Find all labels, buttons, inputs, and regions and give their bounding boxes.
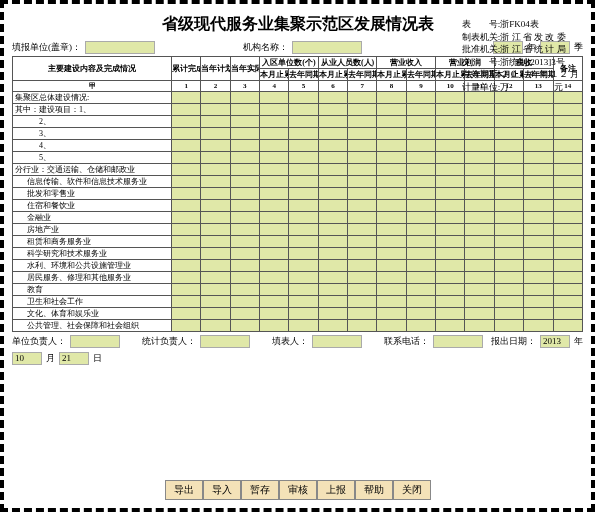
data-cell[interactable] (377, 272, 406, 284)
data-cell[interactable] (348, 140, 377, 152)
data-cell[interactable] (553, 116, 583, 128)
data-cell[interactable] (406, 152, 435, 164)
data-cell[interactable] (494, 176, 523, 188)
data-cell[interactable] (377, 224, 406, 236)
data-cell[interactable] (524, 236, 553, 248)
导入-button[interactable]: 导入 (203, 480, 241, 500)
data-cell[interactable] (201, 260, 230, 272)
data-cell[interactable] (406, 284, 435, 296)
data-cell[interactable] (465, 212, 494, 224)
data-cell[interactable] (318, 296, 347, 308)
data-cell[interactable] (553, 260, 583, 272)
data-cell[interactable] (494, 200, 523, 212)
data-cell[interactable] (465, 116, 494, 128)
org-input[interactable] (292, 41, 362, 54)
data-cell[interactable] (436, 128, 465, 140)
data-cell[interactable] (436, 272, 465, 284)
data-cell[interactable] (348, 104, 377, 116)
data-cell[interactable] (172, 236, 201, 248)
data-cell[interactable] (406, 260, 435, 272)
data-cell[interactable] (172, 248, 201, 260)
data-cell[interactable] (201, 176, 230, 188)
data-cell[interactable] (289, 176, 318, 188)
data-cell[interactable] (172, 284, 201, 296)
data-cell[interactable] (172, 104, 201, 116)
data-cell[interactable] (201, 152, 230, 164)
data-cell[interactable] (260, 224, 289, 236)
data-cell[interactable] (465, 200, 494, 212)
data-cell[interactable] (172, 92, 201, 104)
data-cell[interactable] (318, 248, 347, 260)
data-cell[interactable] (494, 308, 523, 320)
data-cell[interactable] (494, 140, 523, 152)
data-cell[interactable] (348, 260, 377, 272)
data-cell[interactable] (172, 296, 201, 308)
data-cell[interactable] (524, 296, 553, 308)
data-cell[interactable] (318, 92, 347, 104)
data-cell[interactable] (465, 164, 494, 176)
data-cell[interactable] (201, 116, 230, 128)
data-cell[interactable] (260, 308, 289, 320)
data-cell[interactable] (230, 164, 259, 176)
data-cell[interactable] (230, 308, 259, 320)
data-cell[interactable] (230, 260, 259, 272)
data-cell[interactable] (348, 200, 377, 212)
data-cell[interactable] (406, 104, 435, 116)
data-cell[interactable] (260, 176, 289, 188)
data-cell[interactable] (553, 164, 583, 176)
data-cell[interactable] (465, 104, 494, 116)
data-cell[interactable] (289, 164, 318, 176)
data-cell[interactable] (377, 308, 406, 320)
data-cell[interactable] (318, 116, 347, 128)
data-cell[interactable] (436, 224, 465, 236)
data-cell[interactable] (318, 164, 347, 176)
data-cell[interactable] (553, 212, 583, 224)
data-cell[interactable] (172, 116, 201, 128)
data-cell[interactable] (406, 188, 435, 200)
data-cell[interactable] (524, 200, 553, 212)
data-cell[interactable] (260, 152, 289, 164)
data-cell[interactable] (172, 188, 201, 200)
data-cell[interactable] (406, 272, 435, 284)
data-cell[interactable] (377, 152, 406, 164)
data-cell[interactable] (436, 260, 465, 272)
data-cell[interactable] (260, 200, 289, 212)
data-cell[interactable] (377, 188, 406, 200)
data-cell[interactable] (348, 176, 377, 188)
data-cell[interactable] (436, 296, 465, 308)
data-cell[interactable] (172, 212, 201, 224)
data-cell[interactable] (172, 140, 201, 152)
帮助-button[interactable]: 帮助 (355, 480, 393, 500)
data-cell[interactable] (348, 116, 377, 128)
data-cell[interactable] (406, 296, 435, 308)
data-cell[interactable] (436, 92, 465, 104)
data-cell[interactable] (230, 116, 259, 128)
data-cell[interactable] (289, 104, 318, 116)
phone-input[interactable] (433, 335, 483, 348)
data-cell[interactable] (377, 284, 406, 296)
data-cell[interactable] (524, 176, 553, 188)
data-cell[interactable] (377, 296, 406, 308)
date-year[interactable]: 2013 (540, 335, 570, 348)
data-cell[interactable] (348, 128, 377, 140)
data-cell[interactable] (553, 140, 583, 152)
data-cell[interactable] (436, 176, 465, 188)
data-cell[interactable] (465, 296, 494, 308)
data-cell[interactable] (201, 92, 230, 104)
data-cell[interactable] (406, 236, 435, 248)
data-cell[interactable] (348, 152, 377, 164)
data-cell[interactable] (230, 248, 259, 260)
data-cell[interactable] (524, 320, 553, 332)
data-cell[interactable] (260, 248, 289, 260)
data-cell[interactable] (201, 164, 230, 176)
data-cell[interactable] (524, 284, 553, 296)
data-cell[interactable] (260, 164, 289, 176)
data-cell[interactable] (201, 188, 230, 200)
data-cell[interactable] (318, 140, 347, 152)
data-cell[interactable] (524, 260, 553, 272)
data-cell[interactable] (348, 164, 377, 176)
data-cell[interactable] (494, 320, 523, 332)
data-cell[interactable] (377, 104, 406, 116)
data-cell[interactable] (318, 272, 347, 284)
data-cell[interactable] (230, 140, 259, 152)
